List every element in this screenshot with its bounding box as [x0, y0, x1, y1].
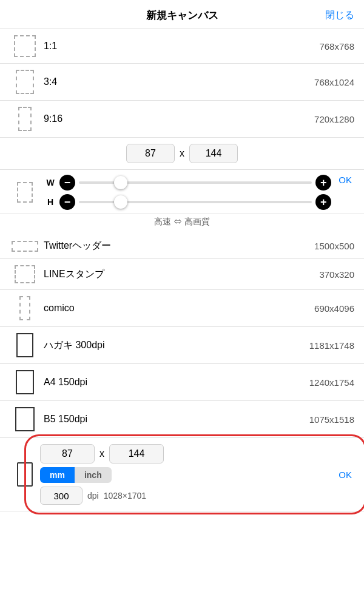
preset-3x4-size: 768x1024 — [314, 77, 354, 87]
preset-3x4-label: 3:4 — [40, 76, 314, 87]
custom-height-top[interactable] — [189, 144, 238, 163]
quality-label: 高速 ⇔ 高画質 — [0, 214, 364, 234]
preset-a4-size: 1240x1754 — [309, 377, 354, 388]
preset-comico-icon — [10, 296, 40, 320]
preset-b5[interactable]: B5 150dpi 1075x1518 — [0, 401, 364, 438]
custom-bottom-ok-btn[interactable]: OK — [336, 470, 354, 480]
x-label-bottom: x — [99, 448, 104, 459]
slider-section: W − + H − + OK 高速 ⇔ 高画質 — [0, 170, 364, 234]
preset-1x1[interactable]: 1:1 768x768 — [0, 29, 364, 64]
unit-inch-btn[interactable]: inch — [75, 467, 112, 483]
dpi-label: dpi — [87, 491, 99, 501]
preset-a4-label: A4 150dpi — [40, 377, 309, 388]
preset-twitter-size: 1500x500 — [314, 241, 354, 251]
h-slider-track[interactable] — [79, 201, 312, 203]
custom-width-bottom[interactable] — [40, 444, 95, 463]
unit-toggle-row: mm inch — [40, 467, 336, 483]
header-title: 新規キャンバス — [146, 8, 218, 22]
preset-comico-label: comico — [40, 303, 314, 314]
preset-line-icon — [10, 265, 40, 283]
preset-a4[interactable]: A4 150dpi 1240x1754 — [0, 364, 364, 401]
preset-line[interactable]: LINEスタンプ 370x320 — [0, 259, 364, 290]
slider-icon — [10, 175, 40, 210]
preset-hagaki[interactable]: ハガキ 300dpi 1181x1748 — [0, 327, 364, 364]
preset-1x1-label: 1:1 — [40, 41, 319, 52]
h-label: H — [45, 197, 56, 207]
h-plus-btn[interactable]: + — [315, 194, 331, 210]
preset-9x16[interactable]: 9:16 720x1280 — [0, 101, 364, 138]
dpi-input[interactable] — [40, 487, 83, 505]
custom-size-top: x — [0, 138, 364, 170]
preset-a4-icon — [10, 370, 40, 394]
custom-width-top[interactable] — [126, 144, 175, 163]
w-slider-track[interactable] — [79, 181, 312, 184]
preset-hagaki-icon — [10, 333, 40, 357]
preset-b5-size: 1075x1518 — [309, 414, 354, 425]
preset-line-size: 370x320 — [319, 269, 354, 280]
x-label-top: x — [180, 148, 184, 159]
w-slider-thumb[interactable] — [114, 176, 127, 189]
preset-hagaki-size: 1181x1748 — [309, 340, 354, 351]
preset-b5-icon — [10, 407, 40, 431]
header: 新規キャンバス 閉じる — [0, 0, 364, 29]
preset-1x1-size: 768x768 — [319, 41, 354, 52]
pixel-size-label: 1028×1701 — [104, 491, 146, 501]
custom-height-bottom[interactable] — [109, 444, 164, 463]
w-slider-row: W − + — [45, 175, 331, 190]
h-slider-thumb[interactable] — [114, 195, 127, 209]
preset-comico-size: 690x4096 — [314, 303, 354, 314]
custom-bottom-icon — [17, 462, 33, 487]
custom-bottom-size-row: x — [40, 444, 336, 463]
close-button[interactable]: 閉じる — [325, 9, 354, 22]
dpi-row: dpi 1028×1701 — [40, 487, 336, 505]
h-minus-btn[interactable]: − — [59, 194, 75, 210]
preset-9x16-label: 9:16 — [40, 113, 314, 124]
preset-hagaki-label: ハガキ 300dpi — [40, 339, 309, 352]
custom-canvas-bottom: x mm inch dpi 1028×1701 OK — [0, 438, 364, 511]
preset-1x1-icon — [10, 35, 40, 57]
preset-twitter-icon — [10, 241, 40, 252]
sliders-ok-btn[interactable]: OK — [336, 175, 354, 210]
preset-twitter[interactable]: Twitterヘッダー 1500x500 — [0, 234, 364, 259]
custom-bottom-icon-area — [10, 462, 40, 487]
w-label: W — [45, 178, 56, 187]
w-plus-btn[interactable]: + — [315, 175, 331, 190]
custom-bottom-form: x mm inch dpi 1028×1701 — [40, 444, 336, 505]
preset-9x16-size: 720x1280 — [314, 114, 354, 124]
unit-mm-btn[interactable]: mm — [40, 467, 75, 483]
preset-b5-label: B5 150dpi — [40, 414, 309, 425]
sliders-area: W − + H − + — [45, 175, 331, 210]
preset-3x4-icon — [10, 70, 40, 94]
h-slider-row: H − + — [45, 194, 331, 210]
preset-comico[interactable]: comico 690x4096 — [0, 290, 364, 327]
w-minus-btn[interactable]: − — [59, 175, 75, 190]
preset-3x4[interactable]: 3:4 768x1024 — [0, 64, 364, 101]
preset-twitter-label: Twitterヘッダー — [40, 240, 314, 252]
preset-line-label: LINEスタンプ — [40, 268, 319, 281]
preset-9x16-icon — [10, 107, 40, 131]
